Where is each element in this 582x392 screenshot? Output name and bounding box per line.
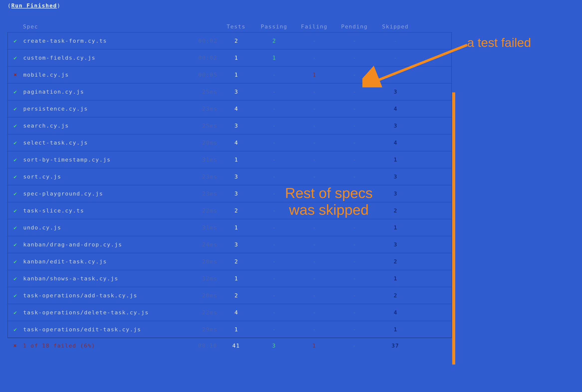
row-skipped: 3: [375, 122, 416, 129]
check-icon: ✔: [13, 190, 17, 197]
header-failing: Failing: [294, 24, 334, 30]
summary-text: 1 of 18 failed (6%): [23, 342, 183, 349]
row-skipped: 2: [375, 258, 416, 265]
check-icon: ✔: [13, 258, 17, 265]
check-icon: ✔: [13, 122, 17, 129]
row-tests: 4: [219, 140, 254, 146]
row-pending: -: [334, 309, 375, 316]
row-time: 22ms: [183, 208, 219, 214]
check-icon: ✔: [13, 106, 17, 112]
row-time: 25ms: [183, 122, 219, 129]
row-skipped: 1: [375, 224, 416, 231]
row-spec-name: sort-by-timestamp.cy.js: [23, 156, 183, 163]
check-icon: ✔: [13, 38, 17, 44]
row-status-icon: ✔: [8, 89, 23, 95]
row-spec-name: kanban/shows-a-task.cy.js: [23, 276, 183, 282]
row-spec-name: kanban/edit-task.cy.js: [23, 258, 183, 265]
row-tests: 3: [219, 89, 254, 95]
table-row: ✔create-task-form.cy.ts00:0222---: [7, 32, 452, 49]
row-spec-name: custom-fields.cy.js: [23, 55, 183, 61]
row-pending: -: [334, 89, 375, 95]
row-failing: -: [295, 38, 334, 44]
row-pending: -: [334, 106, 375, 112]
row-spec-name: create-task-form.cy.ts: [23, 38, 183, 44]
annotation-skipped-line1: Rest of specs: [285, 185, 373, 201]
row-passing: 2: [254, 38, 295, 44]
row-time: 20ms: [183, 258, 219, 265]
table-row: ✔task-operations/add-task.cy.js20ms2---2: [7, 287, 452, 304]
row-pending: -: [334, 38, 375, 44]
row-spec-name: search.cy.js: [23, 122, 183, 129]
row-status-icon: ✔: [8, 55, 23, 61]
row-skipped: 4: [375, 140, 416, 146]
row-tests: 4: [219, 309, 254, 316]
table-row: ✔kanban/edit-task.cy.js20ms2---2: [7, 253, 452, 270]
header-prefix: (: [7, 2, 11, 9]
row-pending: -: [334, 258, 375, 265]
check-icon: ✔: [13, 309, 17, 316]
row-tests: 2: [219, 292, 254, 298]
row-failing: 1: [295, 72, 334, 78]
row-spec-name: task-operations/add-task.cy.js: [23, 292, 183, 298]
row-spec-name: undo.cy.js: [23, 224, 183, 231]
row-passing: -: [254, 258, 295, 265]
row-time: 24ms: [183, 242, 219, 248]
header-icon-col: [7, 24, 23, 30]
row-time: 20ms: [183, 292, 219, 298]
row-passing: -: [254, 156, 295, 163]
run-status-header: (Run Finished): [7, 2, 575, 9]
header-skipped: Skipped: [375, 24, 416, 30]
table-row: ✔task-operations/delete-task.cy.js22ms4-…: [7, 304, 452, 321]
table-row: ✔task-operations/edit-task.cy.js29ms1---…: [7, 321, 452, 338]
row-pending: -: [334, 156, 375, 163]
table-row: ✔sort.cy.js23ms3---3: [7, 168, 452, 185]
row-passing: -: [254, 224, 295, 231]
check-icon: ✔: [13, 89, 17, 95]
row-status-icon: ✔: [8, 242, 23, 248]
row-passing: -: [254, 276, 295, 282]
row-status-icon: ✔: [8, 208, 23, 214]
row-passing: -: [254, 174, 295, 180]
table-row: ✔custom-fields.cy.js00:0211---: [7, 49, 452, 66]
row-pending: -: [334, 224, 375, 231]
row-tests: 1: [219, 72, 254, 78]
row-spec-name: task-operations/delete-task.cy.js: [23, 309, 183, 316]
table-header-row: Spec Tests Passing Failing Pending Skipp…: [7, 22, 452, 32]
row-tests: 1: [219, 276, 254, 282]
row-status-icon: ✔: [8, 122, 23, 129]
row-time: 23ms: [183, 174, 219, 180]
row-passing: -: [254, 309, 295, 316]
row-tests: 3: [219, 122, 254, 129]
row-failing: -: [295, 276, 334, 282]
row-failing: -: [295, 326, 334, 332]
row-tests: 3: [219, 190, 254, 197]
row-tests: 4: [219, 106, 254, 112]
row-skipped: 1: [375, 326, 416, 332]
row-failing: -: [295, 156, 334, 163]
row-status-icon: ✖: [8, 72, 23, 78]
row-passing: -: [254, 140, 295, 146]
row-spec-name: kanban/drag-and-drop.cy.js: [23, 242, 183, 248]
summary-status-icon: ✖: [7, 342, 23, 349]
row-skipped: -: [375, 38, 416, 44]
row-pending: -: [334, 140, 375, 146]
row-tests: 3: [219, 242, 254, 248]
row-spec-name: mobile.cy.js: [23, 72, 183, 78]
row-tests: 1: [219, 156, 254, 163]
row-failing: -: [295, 309, 334, 316]
row-skipped: -: [375, 72, 416, 78]
row-passing: -: [254, 89, 295, 95]
row-status-icon: ✔: [8, 38, 23, 44]
row-failing: -: [295, 55, 334, 61]
table-row: ✔pagination.cy.js25ms3---3: [7, 83, 452, 100]
summary-pending: -: [334, 342, 375, 349]
header-tests: Tests: [219, 24, 254, 30]
table-row: ✔kanban/drag-and-drop.cy.js24ms3---3: [7, 236, 452, 253]
row-spec-name: persistence.cy.js: [23, 106, 183, 112]
row-passing: -: [254, 326, 295, 332]
row-failing: -: [295, 258, 334, 265]
row-time: 23ms: [183, 190, 219, 197]
row-pending: -: [334, 292, 375, 298]
spec-results-table: Spec Tests Passing Failing Pending Skipp…: [7, 22, 452, 353]
row-spec-name: spec-playground.cy.js: [23, 190, 183, 197]
